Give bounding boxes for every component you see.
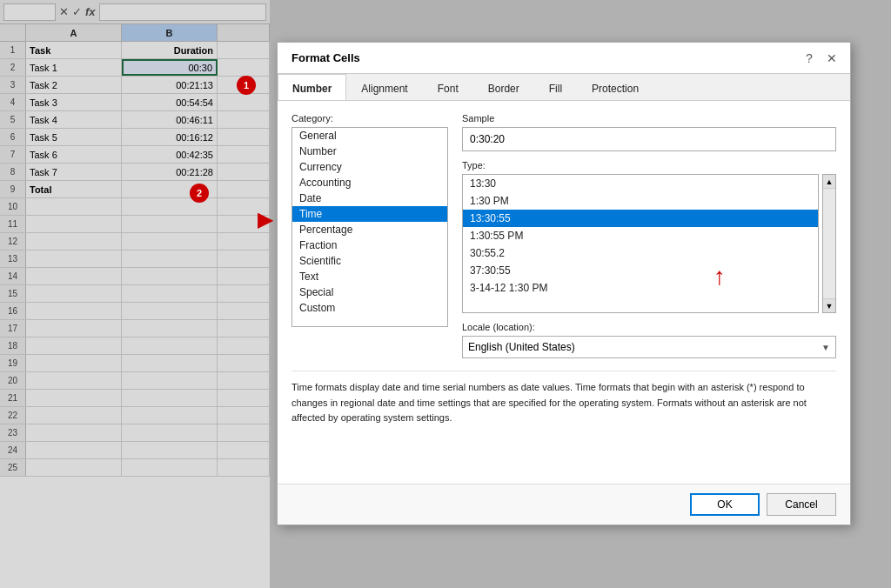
category-section: Category: GeneralNumberCurrencyAccountin… (291, 113, 448, 358)
type-list[interactable]: 13:301:30 PM13:30:551:30:55 PM30:55.237:… (462, 174, 819, 313)
type-item[interactable]: 1:30:55 PM (463, 227, 818, 244)
category-item[interactable]: Scientific (292, 253, 447, 269)
annotation-2: 2 (190, 184, 209, 203)
locale-dropdown-arrow: ▼ (821, 343, 830, 352)
up-arrow-annotation: ↑ (713, 263, 726, 291)
category-item[interactable]: Fraction (292, 237, 447, 253)
annotation-1: 1 (237, 76, 256, 95)
category-label: Category: (291, 113, 448, 124)
cancel-button[interactable]: Cancel (767, 493, 836, 516)
category-item[interactable]: Special (292, 284, 447, 300)
locale-label: Locale (location): (462, 322, 836, 332)
type-item[interactable]: 1:30 PM (463, 192, 818, 210)
category-item[interactable]: Currency (292, 159, 447, 175)
tab-border[interactable]: Border (473, 77, 534, 100)
locale-dropdown[interactable]: English (United States) ▼ (462, 336, 836, 358)
tab-alignment[interactable]: Alignment (346, 77, 422, 100)
tab-fill[interactable]: Fill (534, 77, 577, 100)
type-item[interactable]: 13:30:55 (463, 210, 818, 227)
dialog-footer: OK Cancel (278, 484, 850, 525)
category-item[interactable]: Accounting (292, 175, 447, 190)
category-item[interactable]: Custom (292, 300, 447, 316)
category-list[interactable]: GeneralNumberCurrencyAccountingDateTimeP… (291, 127, 448, 327)
category-item[interactable]: General (292, 128, 447, 144)
category-item[interactable]: Date (292, 190, 447, 206)
scroll-down-arrow[interactable]: ▼ (823, 298, 835, 312)
type-item[interactable]: 37:30:55 (463, 262, 818, 279)
category-item[interactable]: Number (292, 144, 447, 159)
type-list-container: 13:301:30 PM13:30:551:30:55 PM30:55.237:… (462, 174, 836, 313)
dialog-tabs: NumberAlignmentFontBorderFillProtection (278, 74, 850, 101)
category-item[interactable]: Percentage (292, 222, 447, 237)
format-cells-dialog: Format Cells ? ✕ NumberAlignmentFontBord… (277, 42, 851, 525)
tab-number[interactable]: Number (278, 74, 346, 100)
close-button[interactable]: ✕ (824, 50, 840, 66)
sample-label: Sample (462, 113, 836, 124)
dialog-title: Format Cells (291, 51, 360, 64)
tab-font[interactable]: Font (423, 77, 473, 100)
dialog-title-icons: ? ✕ (801, 50, 840, 66)
sample-box: 0:30:20 (462, 127, 836, 151)
tab-protection[interactable]: Protection (577, 77, 653, 100)
type-label: Type: (462, 160, 836, 170)
right-section: Sample 0:30:20 Type: 13:301:30 PM13:30:5… (462, 113, 836, 358)
locale-value: English (United States) (468, 341, 575, 353)
category-item[interactable]: Text (292, 269, 447, 284)
category-item[interactable]: Time (292, 206, 447, 222)
type-item[interactable]: 3-14-12 1:30 PM (463, 279, 818, 297)
arrow-to-time: ▶ (258, 209, 272, 231)
dialog-title-bar: Format Cells ? ✕ (278, 43, 850, 74)
dialog-body: Category: GeneralNumberCurrencyAccountin… (278, 101, 850, 484)
ok-button[interactable]: OK (690, 493, 760, 516)
help-button[interactable]: ? (801, 50, 817, 66)
type-item[interactable]: 30:55.2 (463, 244, 818, 262)
description-text: Time formats display date and time seria… (291, 371, 836, 426)
scroll-up-arrow[interactable]: ▲ (823, 175, 835, 189)
type-item[interactable]: 13:30 (463, 175, 818, 192)
